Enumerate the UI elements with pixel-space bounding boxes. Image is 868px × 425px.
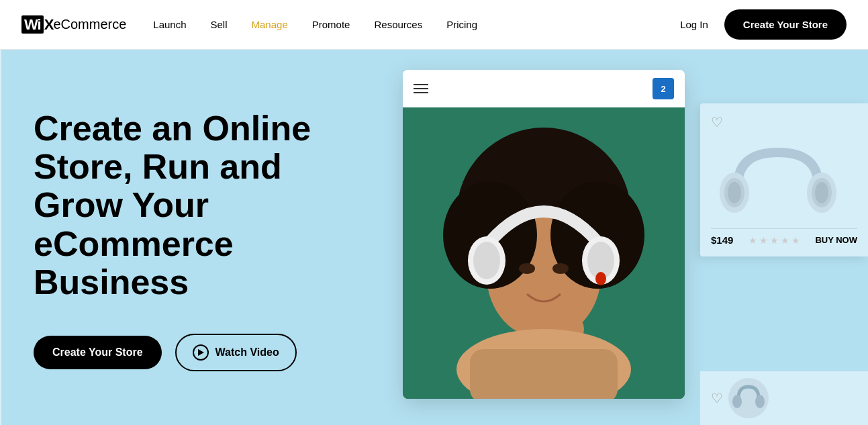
headphones-icon: [718, 139, 838, 220]
product-price: $149: [711, 234, 733, 246]
svg-point-24: [755, 395, 765, 408]
product-card-2: ♡: [700, 371, 868, 425]
hero-left: Create an Online Store, Run and Grow You…: [0, 50, 383, 425]
product-price-row: $149 ★ ★ ★ ★ ★ BUY NOW: [711, 228, 857, 246]
hero-divider: [0, 50, 1, 425]
create-store-button-hero[interactable]: Create Your Store: [34, 336, 162, 369]
phone-top-bar: 2: [403, 70, 685, 107]
phone-mockup: 2: [403, 70, 685, 399]
create-store-button-nav[interactable]: Create Your Store: [724, 9, 847, 40]
svg-point-8: [473, 242, 500, 279]
wishlist-heart-2-icon[interactable]: ♡: [711, 390, 723, 406]
logo-wix: WiX: [21, 16, 53, 34]
nav-link-pricing[interactable]: Pricing: [446, 19, 477, 30]
star-4: ★: [781, 235, 789, 246]
phone-hero-image: [403, 107, 685, 399]
svg-point-23: [732, 395, 742, 408]
watch-video-button[interactable]: Watch Video: [175, 334, 297, 371]
star-3: ★: [770, 235, 779, 246]
play-triangle: [198, 349, 204, 356]
star-rating: ★ ★ ★ ★ ★: [749, 235, 800, 246]
watch-video-label: Watch Video: [215, 346, 279, 359]
svg-point-12: [519, 263, 535, 274]
nav-link-resources[interactable]: Resources: [374, 19, 422, 30]
cart-icon[interactable]: 2: [653, 78, 674, 99]
navbar-right: Log In Create Your Store: [680, 9, 847, 40]
hero-actions: Create Your Store Watch Video: [34, 334, 356, 371]
hero-title: Create an Online Store, Run and Grow You…: [34, 109, 356, 301]
svg-point-13: [552, 263, 569, 274]
logo[interactable]: WiX eCommerce: [21, 16, 126, 34]
svg-point-22: [815, 182, 828, 203]
product-headphones-image: [711, 136, 845, 223]
nav-links: Launch Sell Manage Promote Resources Pri…: [153, 19, 680, 30]
nav-link-sell[interactable]: Sell: [211, 19, 228, 30]
nav-link-launch[interactable]: Launch: [153, 19, 186, 30]
hamburger-menu-icon: [414, 84, 428, 93]
hero-section: Create an Online Store, Run and Grow You…: [0, 50, 868, 425]
star-2: ★: [759, 235, 768, 246]
svg-point-21: [728, 182, 741, 203]
nav-link-promote[interactable]: Promote: [312, 19, 350, 30]
navbar: WiX eCommerce Launch Sell Manage Promote…: [0, 0, 868, 50]
product-card: ♡ $149: [700, 103, 868, 256]
woman-illustration: [403, 107, 685, 399]
star-5: ★: [791, 235, 800, 246]
svg-rect-16: [470, 349, 618, 399]
login-link[interactable]: Log In: [680, 19, 708, 30]
hero-right: 2: [383, 50, 868, 425]
buy-now-button[interactable]: BUY NOW: [815, 235, 857, 245]
wishlist-heart-icon[interactable]: ♡: [711, 114, 857, 130]
play-icon: [193, 344, 209, 361]
nav-link-manage[interactable]: Manage: [252, 19, 288, 30]
star-1: ★: [749, 235, 757, 246]
cart-count-badge: 2: [653, 78, 674, 99]
svg-point-11: [595, 272, 606, 285]
logo-ecommerce: eCommerce: [53, 17, 126, 32]
headphones-2-icon: [732, 381, 765, 415]
headphones-2-image: [728, 378, 769, 418]
